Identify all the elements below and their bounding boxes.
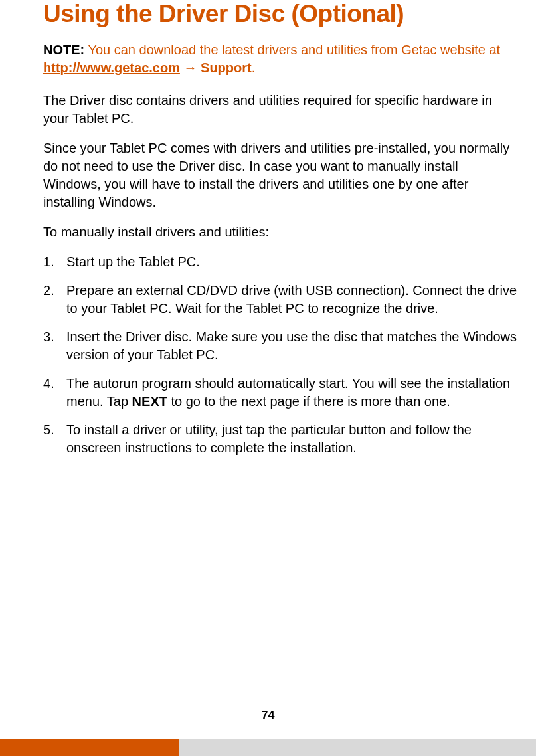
steps-list: Start up the Tablet PC. Prepare an exter…: [43, 253, 519, 457]
footer-gray-bar: [179, 739, 536, 756]
page-heading: Using the Driver Disc (Optional): [43, 0, 519, 28]
footer-orange-bar: [0, 739, 179, 756]
paragraph-1: The Driver disc contains drivers and uti…: [43, 92, 519, 128]
note-label: NOTE:: [43, 43, 84, 57]
list-item: Start up the Tablet PC.: [43, 253, 519, 271]
paragraph-2: Since your Tablet PC comes with drivers …: [43, 140, 519, 211]
arrow-icon: →: [180, 60, 201, 75]
paragraph-3: To manually install drivers and utilitie…: [43, 223, 519, 241]
note-prefix: You can download the latest drivers and …: [84, 43, 500, 57]
next-bold: NEXT: [132, 394, 167, 409]
step4-text-b: to go to the next page if there is more …: [167, 394, 450, 409]
list-item: The autorun program should automatically…: [43, 375, 519, 411]
list-item: Insert the Driver disc. Make sure you us…: [43, 328, 519, 364]
list-item: Prepare an external CD/DVD drive (with U…: [43, 282, 519, 318]
note-period: .: [252, 60, 256, 75]
note-block: NOTE: You can download the latest driver…: [43, 41, 519, 77]
list-item: To install a driver or utility, just tap…: [43, 421, 519, 457]
footer-bars: [0, 739, 536, 756]
page-number: 74: [0, 709, 536, 723]
getac-link[interactable]: http://www.getac.com: [43, 60, 180, 75]
support-text: Support: [201, 60, 252, 75]
